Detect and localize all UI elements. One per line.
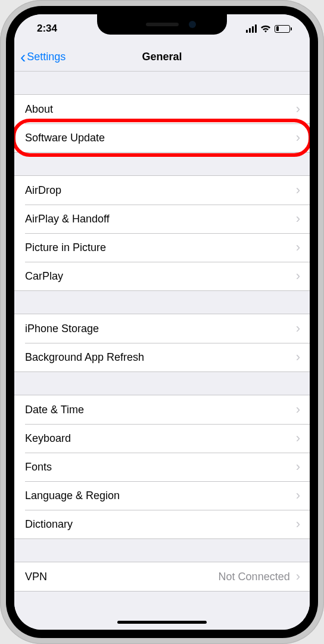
row-software-update[interactable]: Software Update› <box>14 123 310 152</box>
row-keyboard[interactable]: Keyboard› <box>14 424 310 453</box>
row-label: Language & Region <box>25 490 120 502</box>
row-iphone-storage[interactable]: iPhone Storage› <box>14 314 310 343</box>
row-label: iPhone Storage <box>25 323 99 335</box>
content-area[interactable]: About›Software Update›AirDrop›AirPlay & … <box>14 72 310 630</box>
list-group: Date & Time›Keyboard›Fonts›Language & Re… <box>14 395 310 539</box>
row-right: › <box>296 270 300 283</box>
row-right: › <box>296 403 300 416</box>
back-button[interactable]: ‹ Settings <box>14 49 66 66</box>
chevron-right-icon: › <box>296 212 300 225</box>
row-right: › <box>296 322 300 335</box>
row-language-region[interactable]: Language & Region› <box>14 481 310 510</box>
chevron-right-icon: › <box>296 518 300 531</box>
chevron-right-icon: › <box>296 570 300 583</box>
row-background-app-refresh[interactable]: Background App Refresh› <box>14 343 310 371</box>
row-label: Picture in Picture <box>25 242 106 254</box>
row-right: › <box>296 184 300 197</box>
list-group: VPNNot Connected› <box>14 562 310 592</box>
row-airplay-handoff[interactable]: AirPlay & Handoff› <box>14 205 310 233</box>
row-dictionary[interactable]: Dictionary› <box>14 510 310 538</box>
front-camera <box>189 21 196 28</box>
group-spacer <box>14 153 310 175</box>
row-right: › <box>296 518 300 531</box>
row-label: AirPlay & Handoff <box>25 213 110 225</box>
phone-frame: 2:34 <box>0 0 324 644</box>
chevron-right-icon: › <box>296 322 300 335</box>
row-label: CarPlay <box>25 270 63 283</box>
chevron-right-icon: › <box>296 270 300 283</box>
chevron-right-icon: › <box>296 403 300 416</box>
back-label: Settings <box>27 51 66 63</box>
chevron-right-icon: › <box>296 351 300 364</box>
row-label: Software Update <box>25 132 105 144</box>
row-label: Dictionary <box>25 518 73 531</box>
row-label: Fonts <box>25 461 52 473</box>
row-right: › <box>296 432 300 445</box>
battery-icon <box>275 25 292 33</box>
chevron-right-icon: › <box>296 460 300 473</box>
row-detail: Not Connected <box>219 571 290 583</box>
screen: 2:34 <box>14 14 310 630</box>
row-right: › <box>296 131 300 144</box>
group-spacer <box>14 539 310 562</box>
group-spacer <box>14 72 310 94</box>
notch <box>97 14 227 35</box>
row-right: › <box>296 460 300 473</box>
row-fonts[interactable]: Fonts› <box>14 453 310 481</box>
row-vpn[interactable]: VPNNot Connected› <box>14 562 310 591</box>
list-group: iPhone Storage›Background App Refresh› <box>14 314 310 372</box>
group-spacer <box>14 291 310 314</box>
page-title: General <box>142 51 182 63</box>
list-group: AirDrop›AirPlay & Handoff›Picture in Pic… <box>14 175 310 291</box>
status-time: 2:34 <box>37 23 57 35</box>
row-right: › <box>296 212 300 225</box>
row-label: AirDrop <box>25 184 61 197</box>
row-airdrop[interactable]: AirDrop› <box>14 176 310 205</box>
group-spacer <box>14 372 310 395</box>
home-indicator[interactable] <box>117 621 207 624</box>
chevron-right-icon: › <box>296 241 300 254</box>
status-icons <box>246 24 292 33</box>
row-label: About <box>25 103 53 116</box>
navigation-bar: ‹ Settings General <box>14 43 310 72</box>
row-label: VPN <box>25 571 47 583</box>
chevron-right-icon: › <box>296 131 300 144</box>
cellular-signal-icon <box>246 24 257 33</box>
chevron-left-icon: ‹ <box>20 49 26 66</box>
row-label: Background App Refresh <box>25 351 144 364</box>
row-label: Date & Time <box>25 404 84 416</box>
list-group: About›Software Update› <box>14 94 310 153</box>
chevron-right-icon: › <box>296 103 300 116</box>
row-about[interactable]: About› <box>14 95 310 123</box>
row-right: › <box>296 241 300 254</box>
speaker-grille <box>146 23 179 26</box>
row-label: Keyboard <box>25 432 71 445</box>
wifi-icon <box>260 25 271 33</box>
row-right: › <box>296 103 300 116</box>
row-right: Not Connected› <box>219 570 300 583</box>
row-right: › <box>296 489 300 502</box>
row-picture-in-picture[interactable]: Picture in Picture› <box>14 233 310 262</box>
row-date-time[interactable]: Date & Time› <box>14 395 310 424</box>
chevron-right-icon: › <box>296 489 300 502</box>
chevron-right-icon: › <box>296 432 300 445</box>
chevron-right-icon: › <box>296 184 300 197</box>
row-right: › <box>296 351 300 364</box>
row-carplay[interactable]: CarPlay› <box>14 262 310 290</box>
